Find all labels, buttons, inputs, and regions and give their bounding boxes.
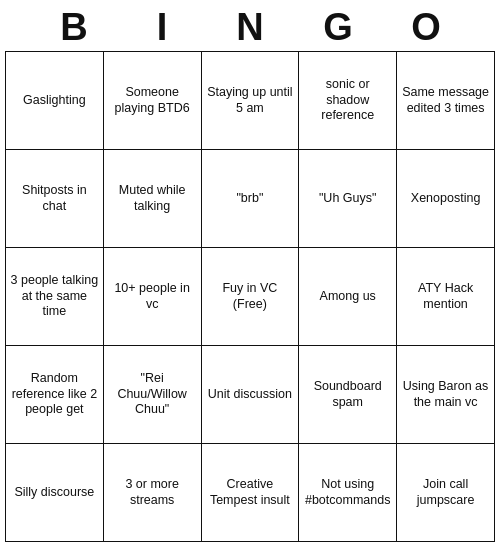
bingo-cell-r4c0[interactable]: Silly discourse — [6, 444, 104, 542]
bingo-cell-r1c1[interactable]: Muted while talking — [103, 150, 201, 248]
bingo-cell-r2c0[interactable]: 3 people talking at the same time — [6, 248, 104, 346]
bingo-cell-r4c1[interactable]: 3 or more streams — [103, 444, 201, 542]
bingo-cell-r0c2[interactable]: Staying up until 5 am — [201, 52, 299, 150]
bingo-cell-r1c4[interactable]: Xenoposting — [397, 150, 495, 248]
bingo-cell-r4c4[interactable]: Join call jumpscare — [397, 444, 495, 542]
bingo-letter-n: N — [206, 6, 294, 49]
bingo-cell-r3c0[interactable]: Random reference like 2 people get — [6, 346, 104, 444]
bingo-letter-i: I — [118, 6, 206, 49]
bingo-cell-r4c3[interactable]: Not using #botcommands — [299, 444, 397, 542]
bingo-cell-r1c2[interactable]: "brb" — [201, 150, 299, 248]
bingo-cell-r2c1[interactable]: 10+ people in vc — [103, 248, 201, 346]
bingo-cell-r0c3[interactable]: sonic or shadow reference — [299, 52, 397, 150]
bingo-cell-r2c4[interactable]: ATY Hack mention — [397, 248, 495, 346]
bingo-cell-r2c2[interactable]: Fuy in VC (Free) — [201, 248, 299, 346]
bingo-letter-b: B — [30, 6, 118, 49]
bingo-letter-g: G — [294, 6, 382, 49]
bingo-cell-r3c3[interactable]: Soundboard spam — [299, 346, 397, 444]
bingo-cell-r2c3[interactable]: Among us — [299, 248, 397, 346]
bingo-cell-r1c3[interactable]: "Uh Guys" — [299, 150, 397, 248]
bingo-cell-r3c2[interactable]: Unit discussion — [201, 346, 299, 444]
bingo-cell-r0c0[interactable]: Gaslighting — [6, 52, 104, 150]
bingo-cell-r4c2[interactable]: Creative Tempest insult — [201, 444, 299, 542]
bingo-cell-r3c1[interactable]: "Rei Chuu/Willow Chuu" — [103, 346, 201, 444]
bingo-cell-r1c0[interactable]: Shitposts in chat — [6, 150, 104, 248]
bingo-title-row: B I N G O — [0, 0, 500, 51]
bingo-letter-o: O — [382, 6, 470, 49]
bingo-cell-r3c4[interactable]: Using Baron as the main vc — [397, 346, 495, 444]
bingo-grid: GaslightingSomeone playing BTD6Staying u… — [5, 51, 495, 542]
bingo-cell-r0c1[interactable]: Someone playing BTD6 — [103, 52, 201, 150]
bingo-cell-r0c4[interactable]: Same message edited 3 times — [397, 52, 495, 150]
